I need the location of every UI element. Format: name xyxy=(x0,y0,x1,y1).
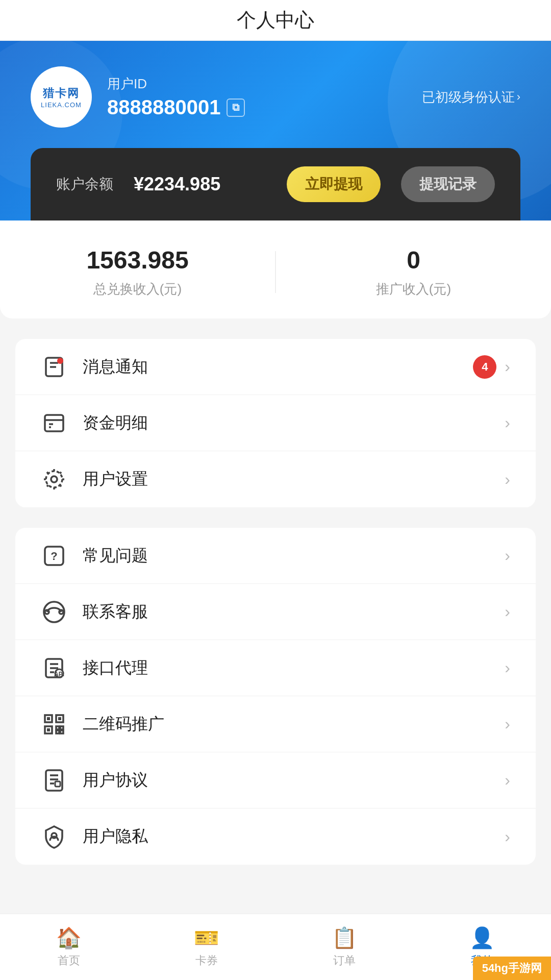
menu-item-qrcode[interactable]: 二维码推广 › xyxy=(15,696,536,752)
menu-item-agreement[interactable]: 用户协议 › xyxy=(15,752,536,808)
tab-home-label: 首页 xyxy=(58,953,80,968)
tab-card-label: 卡券 xyxy=(195,953,218,968)
menu-label-privacy: 用户隐私 xyxy=(83,825,505,848)
user-id-number: 8888880001 xyxy=(107,96,220,119)
menu-label-qrcode: 二维码推广 xyxy=(83,713,505,736)
settings-chevron-icon: › xyxy=(505,470,510,489)
menu-label-notification: 消息通知 xyxy=(83,356,473,378)
logo-sub-text: LIEKA.COM xyxy=(41,101,82,109)
menu-section-1: 消息通知 4 › 资金明细 › xyxy=(15,339,536,507)
logo-circle: 猎卡网 LIEKA.COM xyxy=(31,66,92,128)
logo-top-text: 猎卡网 xyxy=(43,86,80,101)
svg-rect-29 xyxy=(60,730,63,733)
menu-item-notification[interactable]: 消息通知 4 › xyxy=(15,339,536,395)
stat-promo-label: 推广收入(元) xyxy=(276,280,551,298)
user-row: 猎卡网 LIEKA.COM 用户ID 8888880001 ⧉ 已初级身份认证 … xyxy=(31,66,520,128)
svg-rect-30 xyxy=(46,770,62,791)
svg-text:API: API xyxy=(54,671,64,678)
faq-chevron-icon: › xyxy=(505,546,510,565)
stat-exchange-value: 1563.985 xyxy=(0,246,275,274)
svg-rect-28 xyxy=(56,730,59,733)
svg-rect-34 xyxy=(55,781,60,787)
notification-icon xyxy=(41,354,67,380)
stat-exchange-label: 总兑换收入(元) xyxy=(0,280,275,298)
svg-rect-21 xyxy=(47,717,50,720)
auth-chevron-icon: › xyxy=(517,90,520,104)
balance-label: 账户余额 xyxy=(56,175,113,194)
settings-icon xyxy=(41,466,67,493)
auth-link[interactable]: 已初级身份认证 › xyxy=(422,88,520,106)
svg-point-8 xyxy=(51,476,57,482)
menu-item-api[interactable]: API 接口代理 › xyxy=(15,640,536,696)
menu-label-api: 接口代理 xyxy=(83,657,505,679)
menu-item-finance[interactable]: 资金明细 › xyxy=(15,395,536,451)
tab-order-label: 订单 xyxy=(333,953,356,968)
qrcode-icon xyxy=(41,711,67,738)
notification-badge: 4 xyxy=(473,355,496,379)
support-chevron-icon: › xyxy=(505,602,510,621)
menu-label-settings: 用户设置 xyxy=(83,468,505,491)
menu-label-agreement: 用户协议 xyxy=(83,769,505,792)
finance-icon xyxy=(41,410,67,436)
svg-point-9 xyxy=(46,471,62,487)
user-info: 用户ID 8888880001 ⧉ xyxy=(107,75,245,119)
balance-amount: ¥2234.985 xyxy=(134,174,266,195)
watermark: 54hg手游网 xyxy=(473,957,551,980)
record-button[interactable]: 提现记录 xyxy=(401,166,495,202)
order-icon: 📋 xyxy=(332,926,357,950)
user-left: 猎卡网 LIEKA.COM 用户ID 8888880001 ⧉ xyxy=(31,66,245,128)
privacy-chevron-icon: › xyxy=(505,827,510,846)
notification-chevron-icon: › xyxy=(505,357,510,376)
menu-item-settings[interactable]: 用户设置 › xyxy=(15,451,536,507)
tab-card[interactable]: 🎫 卡券 xyxy=(138,914,276,980)
privacy-icon xyxy=(41,823,67,850)
support-icon xyxy=(41,599,67,625)
top-bar: 个人中心 xyxy=(0,0,551,41)
tab-order[interactable]: 📋 订单 xyxy=(276,914,413,980)
api-chevron-icon: › xyxy=(505,658,510,677)
svg-rect-23 xyxy=(58,717,61,720)
balance-card: 账户余额 ¥2234.985 立即提现 提现记录 xyxy=(31,148,520,220)
tab-bar: 🏠 首页 🎫 卡券 📋 订单 👤 我的 xyxy=(0,914,551,980)
menu-item-support[interactable]: 联系客服 › xyxy=(15,584,536,640)
page-title: 个人中心 xyxy=(237,7,314,33)
agreement-icon xyxy=(41,767,67,794)
svg-rect-4 xyxy=(45,415,63,431)
stat-item-promo: 0 推广收入(元) xyxy=(276,246,551,298)
withdraw-button[interactable]: 立即提现 xyxy=(287,166,381,202)
svg-rect-27 xyxy=(60,726,63,729)
hero-banner: 猎卡网 LIEKA.COM 用户ID 8888880001 ⧉ 已初级身份认证 … xyxy=(0,41,551,220)
svg-rect-26 xyxy=(56,726,59,729)
qrcode-chevron-icon: › xyxy=(505,715,510,733)
finance-chevron-icon: › xyxy=(505,413,510,432)
menu-label-finance: 资金明细 xyxy=(83,412,505,434)
home-icon: 🏠 xyxy=(56,926,82,950)
menu-label-faq: 常见问题 xyxy=(83,545,505,567)
menu-item-privacy[interactable]: 用户隐私 › xyxy=(15,808,536,865)
faq-icon: ? xyxy=(41,543,67,569)
menu-section-2: ? 常见问题 › 联系客服 › xyxy=(15,528,536,865)
svg-text:?: ? xyxy=(51,550,57,562)
user-id-value: 8888880001 ⧉ xyxy=(107,96,245,119)
stats-card: 1563.985 总兑换收入(元) 0 推广收入(元) xyxy=(0,220,551,318)
tab-home[interactable]: 🏠 首页 xyxy=(0,914,138,980)
user-id-label: 用户ID xyxy=(107,75,245,93)
agreement-chevron-icon: › xyxy=(505,771,510,790)
svg-rect-25 xyxy=(47,728,50,731)
api-icon: API xyxy=(41,655,67,681)
menu-item-faq[interactable]: ? 常见问题 › xyxy=(15,528,536,584)
stat-promo-value: 0 xyxy=(276,246,551,274)
copy-icon[interactable]: ⧉ xyxy=(227,99,245,117)
menu-label-support: 联系客服 xyxy=(83,601,505,623)
svg-point-3 xyxy=(57,358,63,364)
mine-icon: 👤 xyxy=(469,926,495,950)
auth-text: 已初级身份认证 xyxy=(422,88,515,106)
stat-item-exchange: 1563.985 总兑换收入(元) xyxy=(0,246,275,298)
card-icon: 🎫 xyxy=(194,926,219,950)
